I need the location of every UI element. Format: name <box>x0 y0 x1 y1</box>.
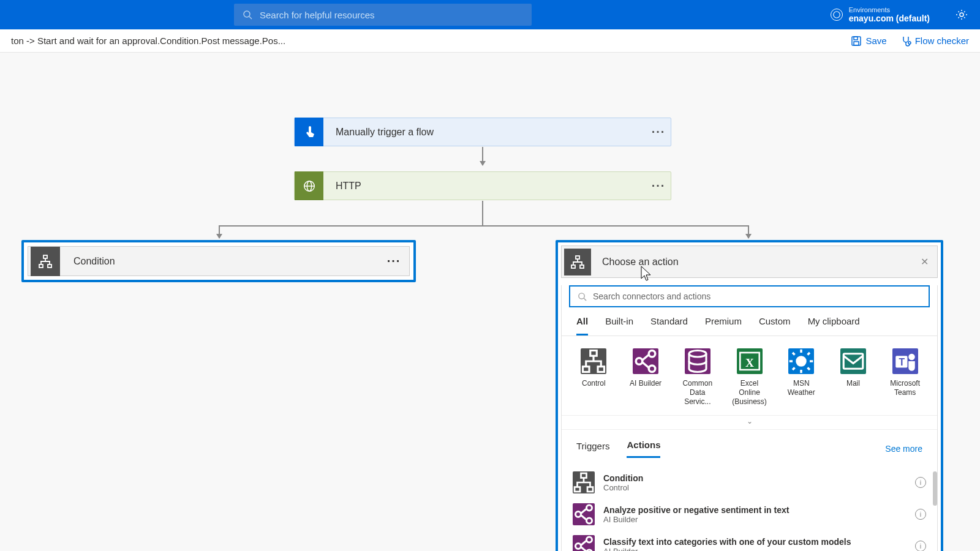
connector-common-data-servic-[interactable]: Common Data Servic... <box>680 348 715 407</box>
close-panel-button[interactable]: ✕ <box>914 256 935 268</box>
tab-custom[interactable]: Custom <box>759 316 791 335</box>
share-icon <box>573 503 595 525</box>
svg-text:T: T <box>899 357 905 367</box>
svg-point-48 <box>587 518 592 523</box>
touch-icon <box>295 118 323 146</box>
step-trigger-more[interactable]: ··· <box>646 125 671 139</box>
control-icon <box>564 249 591 276</box>
condition-container: Condition ··· <box>21 240 416 282</box>
svg-rect-21 <box>598 367 605 372</box>
connector-microsoft-teams[interactable]: TMicrosoft Teams <box>888 348 922 407</box>
expand-connectors[interactable]: ⌄ <box>562 416 937 430</box>
action-search-placeholder: Search connectors and actions <box>593 291 710 301</box>
svg-point-27 <box>689 351 706 358</box>
connector-tabs: AllBuilt-inStandardPremiumCustomMy clipb… <box>562 313 937 336</box>
step-http-title: HTTP <box>336 181 646 192</box>
info-icon[interactable]: i <box>915 509 926 520</box>
svg-line-35 <box>793 353 795 355</box>
breadcrumb: ton -> Start and wait for an approval.Co… <box>11 36 285 46</box>
svg-text:X: X <box>745 356 754 369</box>
connector-mail[interactable]: Mail <box>836 348 871 407</box>
action-search-input[interactable]: Search connectors and actions <box>569 285 930 307</box>
environment-picker[interactable]: Environments enayu.com (default) <box>831 6 968 23</box>
svg-point-7 <box>908 42 911 44</box>
info-icon[interactable]: i <box>915 541 926 551</box>
action-row[interactable]: ConditionControli <box>569 467 930 498</box>
branch-connector <box>482 201 483 225</box>
step-trigger-title: Manually trigger a flow <box>336 127 646 138</box>
svg-line-38 <box>808 353 810 355</box>
tab-actions[interactable]: Actions <box>627 440 660 458</box>
tab-my-clipboard[interactable]: My clipboard <box>808 316 860 335</box>
svg-point-52 <box>587 537 592 542</box>
svg-rect-43 <box>581 473 587 478</box>
stethoscope-icon <box>900 36 911 47</box>
condition-more[interactable]: ··· <box>379 254 409 268</box>
flow-checker-button[interactable]: Flow checker <box>900 36 969 47</box>
svg-line-36 <box>808 368 810 370</box>
svg-point-0 <box>244 11 250 17</box>
teams-icon: T <box>892 348 918 374</box>
environment-label: Environments <box>849 6 930 13</box>
svg-rect-5 <box>854 37 858 40</box>
svg-rect-16 <box>580 265 584 268</box>
svg-rect-39 <box>843 354 863 369</box>
connector-control[interactable]: Control <box>576 348 611 407</box>
svg-point-46 <box>576 512 581 517</box>
connector-arrow <box>482 147 483 165</box>
choose-action-panel: Choose an action ✕ Search connectors and… <box>556 240 943 551</box>
svg-rect-44 <box>575 487 580 492</box>
environment-icon <box>831 9 843 21</box>
save-icon <box>851 36 862 47</box>
step-http-more[interactable]: ··· <box>646 179 671 193</box>
tab-triggers[interactable]: Triggers <box>576 441 609 457</box>
info-icon[interactable]: i <box>915 477 926 488</box>
svg-line-50 <box>581 515 587 520</box>
svg-point-3 <box>960 13 963 17</box>
share-icon <box>573 535 595 551</box>
scrollbar-thumb[interactable] <box>933 471 937 506</box>
svg-point-17 <box>579 293 584 298</box>
svg-rect-12 <box>39 264 43 268</box>
search-icon <box>243 10 252 20</box>
condition-icon <box>31 247 60 276</box>
svg-line-18 <box>584 298 586 301</box>
xl-icon: X <box>737 348 763 374</box>
svg-rect-4 <box>852 37 861 45</box>
settings-icon[interactable] <box>956 9 968 21</box>
flow-step-trigger[interactable]: Manually trigger a flow ··· <box>294 118 671 146</box>
save-button[interactable]: Save <box>851 36 886 47</box>
see-more-link[interactable]: See more <box>885 444 922 454</box>
action-row[interactable]: Analyze positive or negative sentiment i… <box>569 498 930 530</box>
connector-ai-builder[interactable]: AI Builder <box>628 348 663 407</box>
branch-arrow-left <box>219 226 220 238</box>
tab-premium[interactable]: Premium <box>705 316 742 335</box>
svg-rect-11 <box>43 255 47 258</box>
svg-point-42 <box>908 354 915 361</box>
control-icon <box>573 471 595 493</box>
tab-all[interactable]: All <box>576 316 588 335</box>
flow-step-http[interactable]: HTTP ··· <box>294 171 671 200</box>
svg-point-2 <box>834 12 840 18</box>
search-icon <box>578 292 587 301</box>
branch-connector <box>219 225 749 227</box>
connector-msn-weather[interactable]: MSN Weather <box>784 348 819 407</box>
sun-icon <box>788 348 814 374</box>
svg-point-23 <box>649 351 655 358</box>
svg-line-26 <box>643 362 649 368</box>
svg-rect-6 <box>854 42 859 45</box>
action-row[interactable]: Classify text into categories with one o… <box>569 530 930 551</box>
db-icon <box>685 348 710 374</box>
svg-point-47 <box>587 505 592 511</box>
tab-built-in[interactable]: Built-in <box>605 316 633 335</box>
connector-excel-online-business-[interactable]: XExcel Online (Business) <box>732 348 767 407</box>
global-search[interactable]: Search for helpful resources <box>234 4 532 26</box>
svg-line-25 <box>643 355 649 361</box>
svg-point-22 <box>636 358 643 365</box>
flow-step-condition[interactable]: Condition ··· <box>28 246 410 276</box>
svg-line-37 <box>793 368 795 370</box>
svg-line-55 <box>581 547 587 552</box>
tab-standard[interactable]: Standard <box>650 316 688 335</box>
svg-rect-15 <box>571 265 575 268</box>
share-icon <box>633 348 658 374</box>
